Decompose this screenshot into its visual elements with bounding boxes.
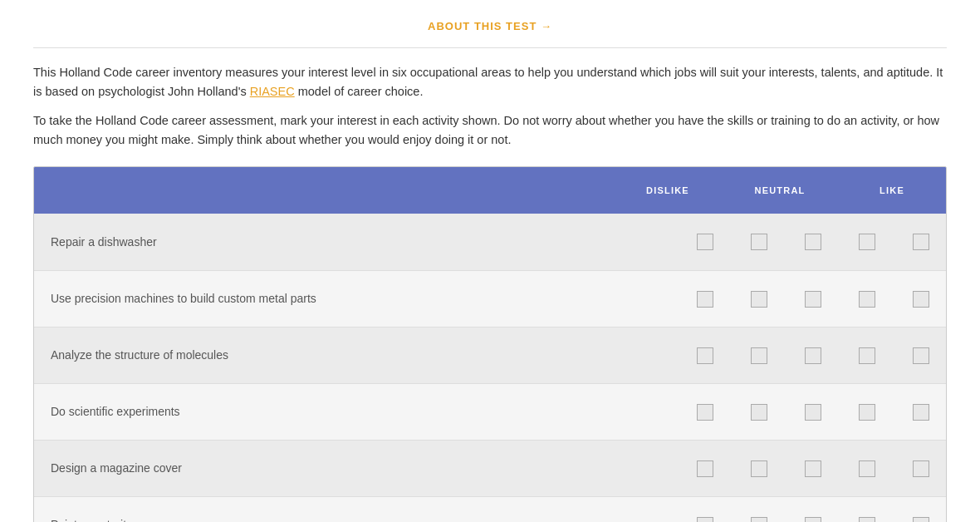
rating-checkboxes <box>630 517 929 522</box>
rating-checkboxes <box>630 404 929 421</box>
rating-checkbox-0[interactable] <box>697 517 713 522</box>
rating-checkbox-1[interactable] <box>751 291 767 308</box>
rating-checkbox-3[interactable] <box>859 291 875 308</box>
table-row: Do scientific experiments <box>34 383 946 440</box>
rating-checkbox-0[interactable] <box>697 347 713 364</box>
intro-paragraph-2: To take the Holland Code career assessme… <box>33 111 947 150</box>
th-labels-row: DISLIKE NEUTRAL LIKE <box>630 184 929 198</box>
th-dislike-label: DISLIKE <box>630 184 705 198</box>
riasec-link[interactable]: RIASEC <box>250 85 295 98</box>
th-rating-area: DISLIKE NEUTRAL LIKE <box>630 184 929 198</box>
divider <box>33 47 947 48</box>
rating-checkboxes <box>630 234 929 250</box>
th-neutral-label: NEUTRAL <box>705 184 855 198</box>
rating-checkbox-1[interactable] <box>751 404 767 421</box>
rating-checkbox-3[interactable] <box>859 517 875 522</box>
rating-checkbox-0[interactable] <box>697 234 713 250</box>
table-row: Analyze the structure of molecules <box>34 327 946 383</box>
about-link[interactable]: ABOUT THIS TEST <box>428 20 552 32</box>
rating-checkbox-0[interactable] <box>697 404 713 421</box>
table-row: Use precision machines to build custom m… <box>34 270 946 327</box>
table-row: Design a magazine cover <box>34 440 946 496</box>
rating-checkbox-1[interactable] <box>751 460 767 477</box>
rating-checkbox-2[interactable] <box>805 291 821 308</box>
rating-checkbox-2[interactable] <box>805 460 821 477</box>
rating-checkboxes <box>630 291 929 308</box>
about-header: ABOUT THIS TEST <box>33 8 947 47</box>
rating-checkbox-2[interactable] <box>805 234 821 250</box>
rating-checkbox-4[interactable] <box>913 291 929 308</box>
th-like-label: LIKE <box>855 184 929 198</box>
rating-checkbox-3[interactable] <box>859 404 875 421</box>
rating-checkboxes <box>630 460 929 477</box>
rating-checkbox-4[interactable] <box>913 517 929 522</box>
activity-label: Use precision machines to build custom m… <box>51 290 630 308</box>
rating-checkbox-0[interactable] <box>697 291 713 308</box>
activity-label: Analyze the structure of molecules <box>51 347 630 364</box>
rating-checkbox-4[interactable] <box>913 347 929 364</box>
assessment-table: DISLIKE NEUTRAL LIKE Repair a dishwasher… <box>33 166 947 522</box>
rating-checkbox-1[interactable] <box>751 517 767 522</box>
table-body: Repair a dishwasherUse precision machine… <box>34 214 946 522</box>
rating-checkbox-4[interactable] <box>913 460 929 477</box>
rating-checkbox-1[interactable] <box>751 234 767 250</box>
rating-checkboxes <box>630 347 929 364</box>
rating-checkbox-4[interactable] <box>913 234 929 250</box>
rating-checkbox-3[interactable] <box>859 234 875 250</box>
activity-label: Do scientific experiments <box>51 403 630 421</box>
table-header: DISLIKE NEUTRAL LIKE <box>34 167 946 214</box>
rating-checkbox-3[interactable] <box>859 460 875 477</box>
rating-checkbox-3[interactable] <box>859 347 875 364</box>
rating-checkbox-0[interactable] <box>697 460 713 477</box>
rating-checkbox-2[interactable] <box>805 517 821 522</box>
rating-checkbox-2[interactable] <box>805 347 821 364</box>
table-row: Paint a portrait <box>34 496 946 522</box>
activity-label: Repair a dishwasher <box>51 234 630 251</box>
activity-label: Paint a portrait <box>51 516 630 522</box>
table-row: Repair a dishwasher <box>34 214 946 270</box>
activity-label: Design a magazine cover <box>51 460 630 477</box>
rating-checkbox-4[interactable] <box>913 404 929 421</box>
rating-checkbox-1[interactable] <box>751 347 767 364</box>
rating-checkbox-2[interactable] <box>805 404 821 421</box>
intro-paragraph-1: This Holland Code career inventory measu… <box>33 63 947 101</box>
